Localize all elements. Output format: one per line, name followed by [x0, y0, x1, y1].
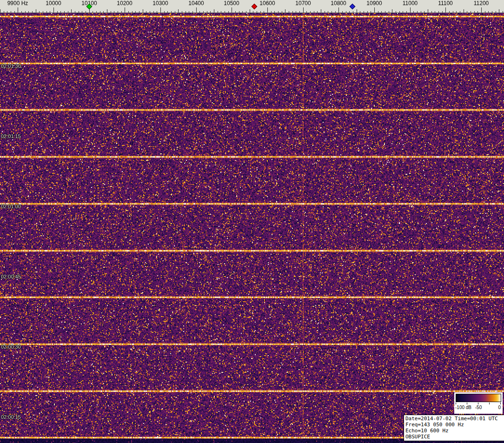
freq-tick-label: 10900: [366, 0, 382, 7]
freq-tick-label: 10600: [259, 0, 275, 7]
spectrogram-canvas[interactable]: [0, 13, 504, 443]
time-tick-label: 02:01:30: [1, 63, 21, 69]
legend-label-min: -100 dB: [455, 405, 471, 410]
freq-tick-label: 10700: [295, 0, 311, 7]
legend-tick-mark: [500, 403, 501, 404]
color-gradient-bar: [456, 394, 501, 402]
time-tick-label: 02:00:30: [1, 344, 21, 350]
freq-tick-label: 10300: [153, 0, 168, 7]
legend-label-mid: -50: [475, 405, 482, 410]
freq-tick-label: 10200: [117, 0, 132, 7]
info-frequency: Freq=143 050 000 Hz: [405, 422, 504, 428]
spectrogram-window: 9900 Hz100001010010200103001040010500106…: [0, 0, 504, 443]
legend-tick-mark: [478, 403, 478, 404]
info-box: Date=2014-07-02 Time=00:01 UTC Freq=143 …: [404, 415, 504, 441]
legend-tick-mark: [489, 403, 490, 404]
freq-tick-label: 9900 Hz: [7, 0, 28, 7]
legend-label-max: 0: [498, 405, 501, 410]
time-tick-label: 02:00:45: [1, 274, 21, 279]
info-echo: Echo=10 600 Hz: [405, 428, 504, 434]
freq-tick-label: 10800: [331, 0, 346, 7]
db-color-scale: -100 dB -50 0: [454, 392, 503, 414]
freq-tick-label: 10500: [224, 0, 239, 7]
freq-tick-label: 11000: [403, 0, 418, 7]
freq-tick-label: 11100: [438, 0, 453, 7]
frequency-ruler[interactable]: 9900 Hz100001010010200103001040010500106…: [0, 0, 504, 13]
time-tick-label: 02:01:00: [1, 204, 21, 209]
legend-tick-mark: [456, 403, 456, 404]
freq-tick-label: 10400: [188, 0, 204, 7]
time-tick-label: 02:00:15: [1, 414, 21, 420]
info-date-time: Date=2014-07-02 Time=00:01 UTC: [405, 416, 504, 422]
waterfall-display[interactable]: -100 dB -50 0 Date=2014-07-02 Time=00:01…: [0, 13, 504, 443]
info-observatory: OBSUPICE: [405, 434, 504, 440]
legend-tick-mark: [467, 403, 467, 404]
time-tick-label: 02:01:15: [1, 133, 21, 139]
freq-tick-label: 11200: [474, 0, 489, 7]
freq-tick-label: 10000: [46, 0, 61, 7]
